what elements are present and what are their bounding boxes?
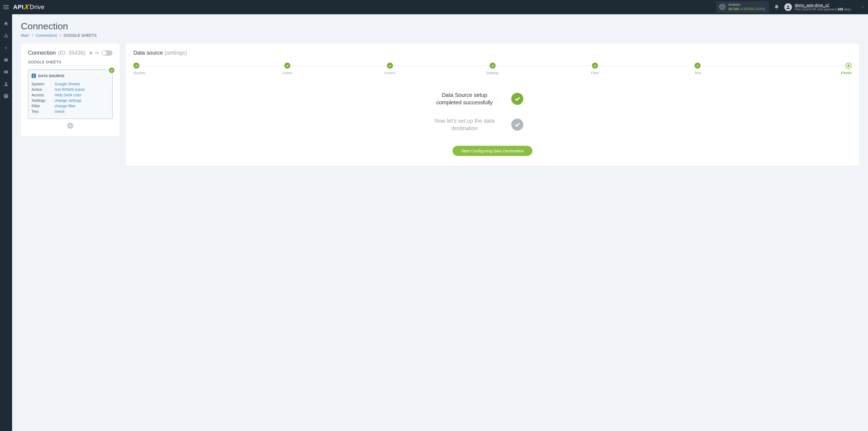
- gear-icon[interactable]: [95, 51, 99, 55]
- stepper: System Action Access Settings Filter Tes…: [133, 63, 851, 75]
- actions-of: of: [740, 7, 743, 11]
- logo[interactable]: API X Drive: [13, 3, 44, 11]
- actions-text: Actions: 25'185 of 50'000 (50%): [728, 2, 765, 11]
- right-title: Data source (settings): [133, 50, 851, 56]
- logo-part1: API: [13, 4, 24, 11]
- user-icon[interactable]: [3, 81, 9, 87]
- configure-destination-button[interactable]: Start Configuring Data Destination: [453, 146, 533, 156]
- status-pending-text: Now let's set up the data destination: [429, 117, 500, 132]
- copy-icon[interactable]: [89, 51, 93, 55]
- status-row-done: Data Source setup completed successfully: [429, 91, 523, 106]
- user-text: demo_apix-drive_s2 Plan |Start| left unt…: [795, 3, 851, 11]
- sitemap-icon[interactable]: [3, 33, 9, 38]
- ds-row-settings: Settingschange settings: [32, 98, 109, 103]
- data-source-num: 1: [32, 73, 36, 78]
- svg-point-6: [5, 82, 7, 84]
- dollar-icon[interactable]: [3, 45, 9, 51]
- layout: Connection Main / Connections / GOOGLE S…: [0, 14, 868, 431]
- step-finish[interactable]: Finish: [749, 63, 851, 75]
- connection-panel: Connection (ID: 39436) GOOGLE SHEETS 1: [21, 44, 120, 136]
- svg-rect-9: [90, 51, 92, 54]
- status-row-pending: Now let's set up the data destination: [429, 117, 523, 132]
- info-icon: i: [719, 4, 725, 10]
- connection-heading: Connection: [28, 50, 56, 56]
- ds-row-action: ActionGet ROWS (new): [32, 87, 109, 92]
- add-button[interactable]: +: [67, 123, 73, 129]
- panels: Connection (ID: 39436) GOOGLE SHEETS 1: [21, 44, 859, 166]
- svg-rect-4: [7, 36, 8, 37]
- data-source-card[interactable]: 1 DATA SOURCE SystemGoogle Sheets Action…: [28, 69, 113, 119]
- content: Connection Main / Connections / GOOGLE S…: [12, 14, 868, 431]
- data-source-panel: Data source (settings) System Action Acc…: [126, 44, 859, 166]
- connection-header: Connection (ID: 39436): [28, 50, 113, 56]
- ds-row-access: AccessHelp Desk User: [32, 92, 109, 98]
- user-block[interactable]: demo_apix-drive_s2 Plan |Start| left unt…: [784, 3, 851, 11]
- actions-box[interactable]: i Actions: 25'185 of 50'000 (50%): [716, 1, 769, 12]
- connection-toggle[interactable]: [101, 50, 113, 56]
- breadcrumb-current: GOOGLE SHEETS: [64, 33, 97, 38]
- status-done-icon: [511, 93, 523, 105]
- step-settings[interactable]: Settings: [441, 63, 544, 75]
- actions-total: 50'000: [744, 7, 755, 11]
- step-system[interactable]: System: [133, 63, 236, 75]
- step-filter[interactable]: Filter: [544, 63, 646, 75]
- check-badge-icon: [109, 67, 115, 73]
- user-avatar-icon: [784, 3, 792, 11]
- hamburger-icon[interactable]: [3, 4, 10, 10]
- top-header: API X Drive i Actions: 25'185 of 50'000 …: [0, 0, 868, 14]
- sidebar: [0, 14, 12, 431]
- video-icon[interactable]: [3, 69, 9, 75]
- step-access[interactable]: Access: [339, 63, 441, 75]
- breadcrumb: Main / Connections / GOOGLE SHEETS: [21, 33, 859, 38]
- logo-part3: Drive: [30, 4, 44, 11]
- topbar-right: i Actions: 25'185 of 50'000 (50%) demo_a…: [716, 1, 865, 12]
- breadcrumb-connections[interactable]: Connections: [36, 33, 57, 38]
- chevron-down-icon[interactable]: [861, 5, 865, 9]
- actions-label: Actions:: [728, 2, 765, 7]
- connection-subtitle: GOOGLE SHEETS: [28, 60, 113, 66]
- step-test[interactable]: Test: [646, 63, 749, 75]
- svg-point-8: [6, 97, 6, 97]
- ds-row-test: Testcheck: [32, 109, 109, 114]
- page-title: Connection: [21, 21, 859, 32]
- home-icon[interactable]: [3, 21, 9, 26]
- svg-point-0: [787, 5, 789, 7]
- status-pending-icon: [511, 119, 523, 131]
- briefcase-icon[interactable]: [3, 57, 9, 63]
- connection-id: (ID: 39436): [58, 50, 85, 56]
- status-block: Data Source setup completed successfully…: [133, 91, 851, 156]
- help-icon[interactable]: [3, 93, 9, 99]
- svg-rect-3: [5, 36, 6, 37]
- user-plan: Plan |Start| left until payment 343 days: [795, 7, 851, 11]
- status-done-text: Data Source setup completed successfully: [429, 91, 500, 106]
- breadcrumb-main[interactable]: Main: [21, 33, 29, 38]
- step-action[interactable]: Action: [236, 63, 339, 75]
- actions-pct: (50%): [755, 7, 765, 11]
- user-name: demo_apix-drive_s2: [795, 3, 851, 7]
- data-source-label: DATA SOURCE: [38, 74, 64, 78]
- svg-rect-1: [5, 33, 6, 34]
- ds-row-system: SystemGoogle Sheets: [32, 81, 109, 87]
- ds-row-filter: Filterchange filter: [32, 103, 109, 109]
- actions-used: 25'185: [728, 7, 739, 11]
- bell-icon[interactable]: [774, 4, 779, 10]
- data-source-title: 1 DATA SOURCE: [32, 73, 109, 78]
- logo-part2: X: [23, 3, 30, 11]
- svg-rect-2: [4, 36, 5, 37]
- data-source-rows: SystemGoogle Sheets ActionGet ROWS (new)…: [32, 81, 109, 114]
